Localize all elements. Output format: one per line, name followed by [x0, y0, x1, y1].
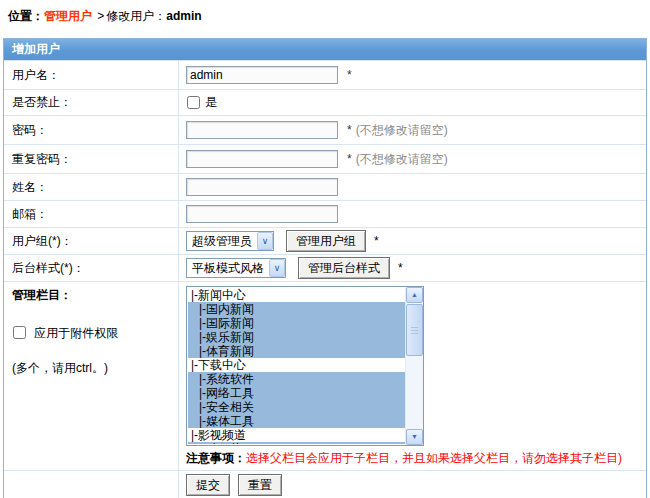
row-email: 邮箱： — [4, 200, 646, 227]
row-password-repeat: 重复密码： * (不想修改请留空) — [4, 144, 646, 173]
row-usergroup: 用户组(*)： 超级管理员 ∨ 管理用户组 * — [4, 227, 646, 254]
note: 注意事项：选择父栏目会应用于子栏目，并且如果选择父栏目，请勿选择其子栏目) — [186, 451, 646, 466]
add-user-panel: 增加用户 用户名： * 是否禁止： 是 密码： * (不想修改请留空) 重复密码… — [3, 38, 647, 498]
password-repeat-input[interactable] — [186, 150, 338, 168]
row-username: 用户名： * — [4, 60, 646, 89]
row-realname: 姓名： — [4, 173, 646, 200]
scrollbar-thumb[interactable] — [406, 304, 423, 356]
password-repeat-label: 重复密码： — [4, 145, 179, 173]
chevron-down-icon[interactable]: ∨ — [269, 259, 285, 277]
listbox-option[interactable]: |-安全相关 — [188, 400, 405, 414]
listbox-option[interactable]: |-动作片 — [188, 442, 405, 444]
row-disabled: 是否禁止： 是 — [4, 89, 646, 115]
usergroup-label: 用户组(*)： — [4, 228, 179, 254]
breadcrumb-prefix: 位置： — [8, 9, 44, 23]
required-asterisk: * — [347, 123, 352, 137]
managed-columns-label: 管理栏目： — [12, 287, 178, 304]
realname-label: 姓名： — [4, 174, 179, 200]
required-asterisk: * — [398, 261, 403, 275]
chevron-down-icon[interactable]: ∨ — [257, 232, 273, 250]
disabled-label: 是否禁止： — [4, 90, 179, 115]
row-password: 密码： * (不想修改请留空) — [4, 115, 646, 144]
attachment-permission-checkbox[interactable] — [13, 326, 26, 339]
listbox-option[interactable]: |-影视频道 — [188, 428, 405, 442]
breadcrumb-link-manage-users[interactable]: 管理用户 — [44, 9, 92, 23]
backend-style-label: 后台样式(*)： — [4, 255, 179, 281]
listbox-scrollbar[interactable]: ▲ ▼ — [405, 287, 423, 445]
breadcrumb-separator: > — [97, 9, 104, 23]
email-input[interactable] — [186, 205, 338, 223]
manage-usergroup-button[interactable]: 管理用户组 — [286, 230, 366, 252]
row-actions: 提交 重置 — [4, 470, 646, 498]
attachment-permission-label: 应用于附件权限 — [34, 326, 118, 340]
row-managed-columns: 管理栏目： 应用于附件权限 (多个，请用ctrl。) |-新闻中心|-国内新闻|… — [4, 281, 646, 470]
username-label: 用户名： — [4, 61, 179, 89]
listbox-option[interactable]: |-娱乐新闻 — [188, 330, 405, 344]
listbox-option[interactable]: |-国际新闻 — [188, 316, 405, 330]
columns-listbox-options: |-新闻中心|-国内新闻|-国际新闻|-娱乐新闻|-体育新闻|-下载中心|-系统… — [188, 288, 405, 444]
breadcrumb-current: 修改用户： — [106, 9, 166, 23]
realname-input[interactable] — [186, 178, 338, 196]
scroll-down-icon[interactable]: ▼ — [406, 429, 423, 445]
multi-select-hint: (多个，请用ctrl。) — [12, 360, 178, 377]
backend-style-select[interactable]: 平板模式风格 ∨ — [186, 258, 286, 278]
required-asterisk: * — [347, 68, 352, 82]
username-input[interactable] — [186, 66, 338, 84]
listbox-option[interactable]: |-国内新闻 — [188, 302, 405, 316]
manage-backend-style-button[interactable]: 管理后台样式 — [298, 257, 390, 279]
password-hint: (不想修改请留空) — [356, 122, 448, 139]
note-label: 注意事项： — [186, 451, 246, 465]
panel-title: 增加用户 — [4, 39, 646, 60]
actions-empty-cell — [4, 471, 179, 498]
usergroup-selected-value: 超级管理员 — [187, 233, 257, 250]
required-asterisk: * — [374, 234, 379, 248]
listbox-option[interactable]: |-系统软件 — [188, 372, 405, 386]
scroll-up-icon[interactable]: ▲ — [406, 287, 423, 303]
email-label: 邮箱： — [4, 201, 179, 227]
listbox-option[interactable]: |-网络工具 — [188, 386, 405, 400]
listbox-option[interactable]: |-新闻中心 — [188, 288, 405, 302]
password-input[interactable] — [186, 121, 338, 139]
breadcrumb: 位置：管理用户 >修改用户：admin — [8, 8, 202, 25]
required-asterisk: * — [347, 152, 352, 166]
disabled-checkbox[interactable] — [187, 96, 200, 109]
submit-button[interactable]: 提交 — [186, 474, 230, 496]
listbox-option[interactable]: |-媒体工具 — [188, 414, 405, 428]
usergroup-select[interactable]: 超级管理员 ∨ — [186, 231, 274, 251]
password-label: 密码： — [4, 116, 179, 144]
password-repeat-hint: (不想修改请留空) — [356, 151, 448, 168]
listbox-option[interactable]: |-体育新闻 — [188, 344, 405, 358]
listbox-option[interactable]: |-下载中心 — [188, 358, 405, 372]
reset-button[interactable]: 重置 — [238, 474, 282, 496]
backend-style-selected-value: 平板模式风格 — [187, 260, 269, 277]
disabled-checkbox-label: 是 — [205, 94, 217, 111]
breadcrumb-current-value: admin — [166, 9, 201, 23]
note-text: 选择父栏目会应用于子栏目，并且如果选择父栏目，请勿选择其子栏目) — [246, 451, 622, 465]
columns-listbox[interactable]: |-新闻中心|-国内新闻|-国际新闻|-娱乐新闻|-体育新闻|-下载中心|-系统… — [186, 286, 424, 446]
row-backend-style: 后台样式(*)： 平板模式风格 ∨ 管理后台样式 * — [4, 254, 646, 281]
